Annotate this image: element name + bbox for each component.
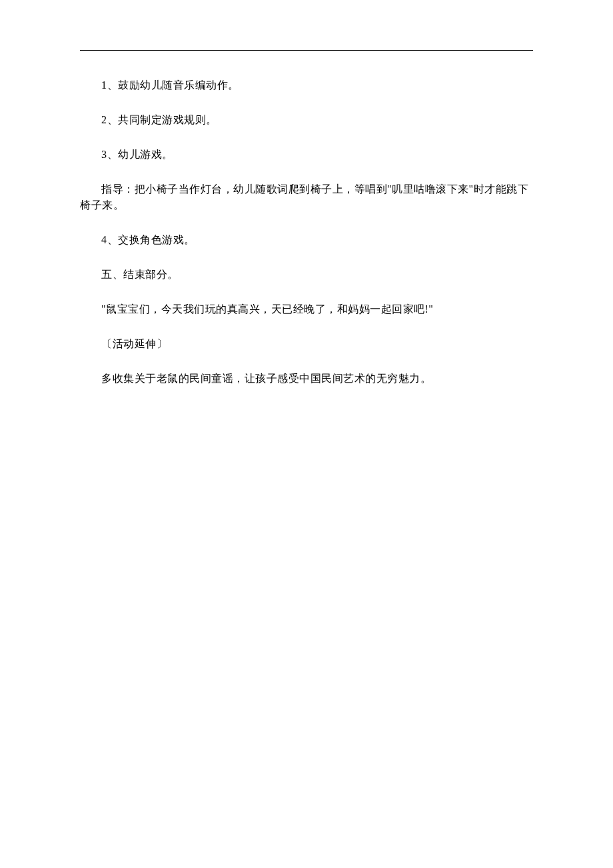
paragraph-8: 〔活动延伸〕 — [80, 336, 533, 352]
paragraph-5: 4、交换角色游戏。 — [80, 232, 533, 248]
paragraph-9: 多收集关于老鼠的民间童谣，让孩子感受中国民间艺术的无穷魅力。 — [80, 371, 533, 387]
document-page: 1、鼓励幼儿随音乐编动作。 2、共同制定游戏规则。 3、幼儿游戏。 指导：把小椅… — [0, 0, 613, 387]
paragraph-4: 指导：把小椅子当作灯台，幼儿随歌词爬到椅子上，等唱到"叽里咕噜滚下来"时才能跳下… — [80, 181, 533, 213]
paragraph-2: 2、共同制定游戏规则。 — [80, 112, 533, 128]
paragraph-1: 1、鼓励幼儿随音乐编动作。 — [80, 77, 533, 93]
paragraph-7: "鼠宝宝们，今天我们玩的真高兴，天已经晚了，和妈妈一起回家吧!" — [80, 301, 533, 317]
paragraph-6: 五、结束部分。 — [80, 267, 533, 283]
paragraph-3: 3、幼儿游戏。 — [80, 147, 533, 163]
horizontal-rule — [80, 50, 533, 51]
